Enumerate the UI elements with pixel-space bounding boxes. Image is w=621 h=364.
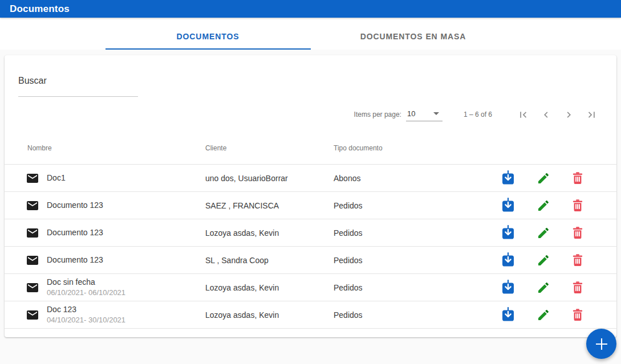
download-button[interactable] <box>497 276 519 299</box>
email-icon <box>26 171 47 185</box>
edit-pencil-icon <box>537 171 550 185</box>
type-cell: Pedidos <box>334 256 486 265</box>
plus-icon <box>595 337 608 351</box>
table-row[interactable]: Doc 123 04/10/2021- 30/10/2021 Lozoya as… <box>5 301 616 329</box>
page-title: Documentos <box>10 3 70 15</box>
doc-name: Documento 123 <box>47 255 103 264</box>
edit-button[interactable] <box>532 276 555 299</box>
page-size-value: 10 <box>407 109 415 118</box>
download-icon <box>501 280 515 295</box>
client-cell: Lozoya asdas, Kevin <box>205 310 334 320</box>
type-cell: Pedidos <box>334 283 486 292</box>
search-field[interactable]: Buscar <box>5 55 138 97</box>
edit-button[interactable] <box>532 167 555 190</box>
email-icon <box>26 226 47 240</box>
download-icon <box>501 307 515 322</box>
paginator: Items per page: 10 1 – 6 of 6 <box>5 97 616 132</box>
email-icon <box>26 308 47 322</box>
app-bar: Documentos <box>0 0 621 18</box>
documents-card: Buscar Items per page: 10 1 – 6 of 6 Nom… <box>5 55 616 337</box>
client-cell: Lozoya asdas, Kevin <box>205 283 334 292</box>
doc-name: Documento 123 <box>47 228 103 237</box>
delete-trash-icon <box>571 199 585 212</box>
client-cell: Lozoya asdas, Kevin <box>205 228 334 238</box>
chevron-right-icon <box>563 109 575 121</box>
download-button[interactable] <box>497 304 519 326</box>
doc-name: Doc1 <box>47 173 66 182</box>
edit-button[interactable] <box>532 304 555 326</box>
next-page-button[interactable] <box>557 103 580 126</box>
download-button[interactable] <box>497 222 519 244</box>
tab-documentos-label: DOCUMENTOS <box>177 32 240 41</box>
download-icon <box>501 225 515 240</box>
download-button[interactable] <box>497 249 519 272</box>
delete-button[interactable] <box>566 304 589 326</box>
tab-documentos-en-masa[interactable]: DOCUMENTOS EN MASA <box>311 23 516 50</box>
table-row[interactable]: Documento 123 SL , Sandra Coop Pedidos <box>5 247 616 274</box>
delete-trash-icon <box>571 226 585 240</box>
download-icon <box>501 170 515 186</box>
delete-button[interactable] <box>566 249 589 272</box>
first-page-button[interactable] <box>512 103 534 126</box>
table-row[interactable]: Doc sin fecha 06/10/2021- 06/10/2021 Loz… <box>5 274 616 301</box>
edit-pencil-icon <box>537 226 550 240</box>
items-per-page-label: Items per page: <box>354 111 401 118</box>
edit-pencil-icon <box>537 253 550 267</box>
chevron-down-icon <box>433 112 439 115</box>
email-icon <box>26 199 47 212</box>
tab-documentos-en-masa-label: DOCUMENTOS EN MASA <box>360 32 466 41</box>
edit-button[interactable] <box>532 194 555 217</box>
doc-name: Doc sin fecha <box>47 277 95 287</box>
tab-active-indicator <box>105 48 311 50</box>
first-page-icon <box>517 109 529 121</box>
delete-button[interactable] <box>566 276 589 299</box>
search-label: Buscar <box>18 76 138 86</box>
email-icon <box>26 253 47 267</box>
client-cell: SAEZ , FRANCISCA <box>205 201 334 210</box>
delete-trash-icon <box>571 253 585 267</box>
table-header: Nombre Cliente Tipo documento <box>5 132 616 165</box>
client-cell: SL , Sandra Coop <box>205 256 334 265</box>
type-cell: Pedidos <box>334 310 486 320</box>
table-body: Doc1 uno dos, UsuarioBorrar Abonos <box>5 165 616 329</box>
delete-button[interactable] <box>566 167 589 190</box>
download-icon <box>501 252 515 268</box>
add-document-fab[interactable] <box>586 329 616 359</box>
column-header-tipo-documento: Tipo documento <box>334 144 616 152</box>
last-page-icon <box>586 109 598 121</box>
edit-button[interactable] <box>532 222 555 244</box>
tab-bar: DOCUMENTOS DOCUMENTOS EN MASA <box>0 18 621 50</box>
chevron-left-icon <box>540 109 552 121</box>
delete-trash-icon <box>571 171 585 185</box>
download-icon <box>501 198 515 213</box>
paginator-nav <box>512 103 603 126</box>
edit-button[interactable] <box>532 249 555 272</box>
doc-name: Doc 123 <box>47 305 76 314</box>
last-page-button[interactable] <box>580 103 603 126</box>
edit-pencil-icon <box>537 308 550 322</box>
email-icon <box>26 281 47 295</box>
delete-button[interactable] <box>566 222 589 244</box>
doc-dates: 06/10/2021- 06/10/2021 <box>47 288 205 297</box>
page-size-select[interactable]: 10 <box>406 108 443 121</box>
column-header-nombre: Nombre <box>27 144 205 152</box>
type-cell: Abonos <box>334 174 486 183</box>
table-row[interactable]: Doc1 uno dos, UsuarioBorrar Abonos <box>5 165 616 192</box>
delete-button[interactable] <box>566 194 589 217</box>
delete-trash-icon <box>571 308 585 322</box>
tab-documentos[interactable]: DOCUMENTOS <box>105 23 311 50</box>
column-header-cliente: Cliente <box>205 144 334 152</box>
table-row[interactable]: Documento 123 Lozoya asdas, Kevin Pedido… <box>5 219 616 247</box>
download-button[interactable] <box>497 194 519 217</box>
table-row[interactable]: Documento 123 SAEZ , FRANCISCA Pedidos <box>5 192 616 219</box>
edit-pencil-icon <box>537 281 550 295</box>
doc-name: Documento 123 <box>47 201 103 210</box>
delete-trash-icon <box>571 281 585 295</box>
previous-page-button[interactable] <box>534 103 557 126</box>
edit-pencil-icon <box>537 199 550 212</box>
download-button[interactable] <box>497 167 519 190</box>
doc-dates: 04/10/2021- 30/10/2021 <box>47 315 205 325</box>
client-cell: uno dos, UsuarioBorrar <box>205 174 334 183</box>
page-range-label: 1 – 6 of 6 <box>464 111 492 118</box>
type-cell: Pedidos <box>334 228 486 238</box>
